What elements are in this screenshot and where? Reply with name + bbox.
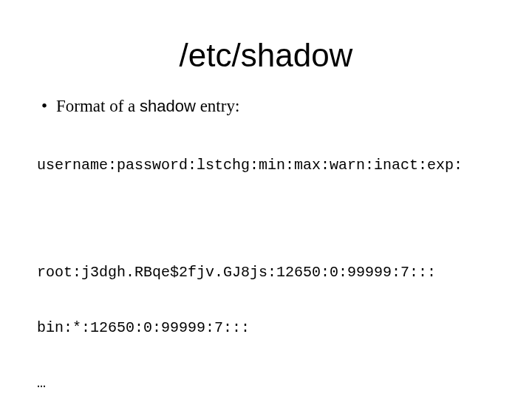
bullet-list-top: Format of a shadow entry: [37,95,495,117]
code-line-2: … [37,374,495,392]
bullet-format-suffix: entry: [196,97,239,115]
bullet-format-prefix: Format of a [56,97,140,115]
slide-title: /etc/shadow [37,37,495,74]
bullet-format-mono: shadow [140,97,196,115]
slide: /etc/shadow Format of a shadow entry: us… [0,0,532,399]
code-line-0: root:j3dgh.RBqe$2fjv.GJ8js:12650:0:99999… [37,263,495,282]
spacer [37,211,495,225]
code-format: username:password:lstchg:min:max:warn:in… [37,156,495,174]
code-format-line: username:password:lstchg:min:max:warn:in… [37,119,495,211]
code-example-block: root:j3dgh.RBqe$2fjv.GJ8js:12650:0:99999… [37,226,495,399]
code-line-1: bin:*:12650:0:99999:7::: [37,318,495,337]
bullet-format: Format of a shadow entry: [37,95,495,117]
